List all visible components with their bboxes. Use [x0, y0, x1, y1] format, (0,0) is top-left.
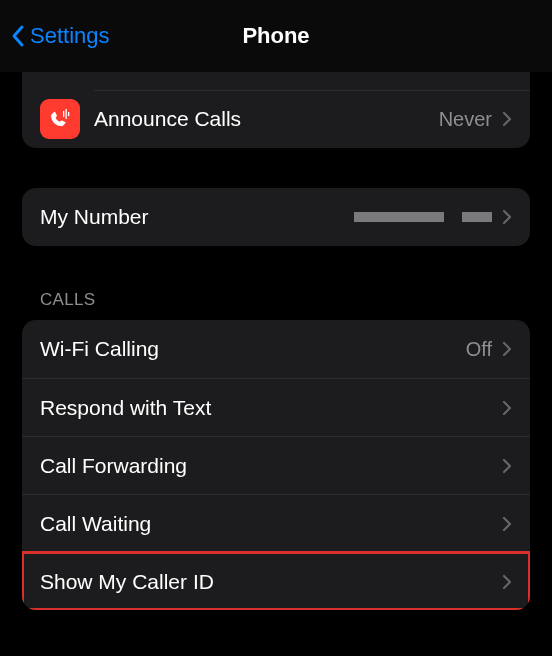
call-waiting-row[interactable]: Call Waiting: [22, 494, 530, 552]
announce-calls-label: Announce Calls: [94, 107, 439, 131]
calls-section-header: CALLS: [40, 290, 530, 310]
chevron-right-icon: [502, 341, 512, 357]
back-label: Settings: [30, 23, 110, 49]
settings-row-cutoff[interactable]: [22, 72, 530, 90]
svg-rect-1: [66, 109, 67, 119]
chevron-left-icon: [10, 24, 26, 48]
wifi-calling-row[interactable]: Wi-Fi Calling Off: [22, 320, 530, 378]
call-forwarding-row[interactable]: Call Forwarding: [22, 436, 530, 494]
my-number-value-redacted: [354, 212, 492, 222]
chevron-right-icon: [502, 111, 512, 127]
svg-rect-2: [68, 112, 69, 116]
announce-calls-icon: [40, 99, 80, 139]
chevron-right-icon: [502, 458, 512, 474]
announce-calls-value: Never: [439, 108, 492, 131]
page-title: Phone: [242, 23, 309, 49]
respond-with-text-row[interactable]: Respond with Text: [22, 378, 530, 436]
top-settings-group: Announce Calls Never: [22, 72, 530, 148]
show-my-caller-id-label: Show My Caller ID: [40, 570, 502, 594]
nav-bar: Settings Phone: [0, 0, 552, 72]
my-number-group: My Number: [22, 188, 530, 246]
wifi-calling-value: Off: [466, 338, 492, 361]
chevron-right-icon: [502, 209, 512, 225]
call-forwarding-label: Call Forwarding: [40, 454, 502, 478]
chevron-right-icon: [502, 516, 512, 532]
call-waiting-label: Call Waiting: [40, 512, 502, 536]
chevron-right-icon: [502, 400, 512, 416]
calls-group: Wi-Fi Calling Off Respond with Text Call…: [22, 320, 530, 610]
svg-rect-0: [63, 111, 64, 117]
wifi-calling-label: Wi-Fi Calling: [40, 337, 466, 361]
my-number-label: My Number: [40, 205, 354, 229]
chevron-right-icon: [502, 574, 512, 590]
back-button[interactable]: Settings: [10, 23, 110, 49]
announce-calls-row[interactable]: Announce Calls Never: [22, 90, 530, 148]
show-my-caller-id-row[interactable]: Show My Caller ID: [22, 552, 530, 610]
respond-with-text-label: Respond with Text: [40, 396, 502, 420]
my-number-row[interactable]: My Number: [22, 188, 530, 246]
